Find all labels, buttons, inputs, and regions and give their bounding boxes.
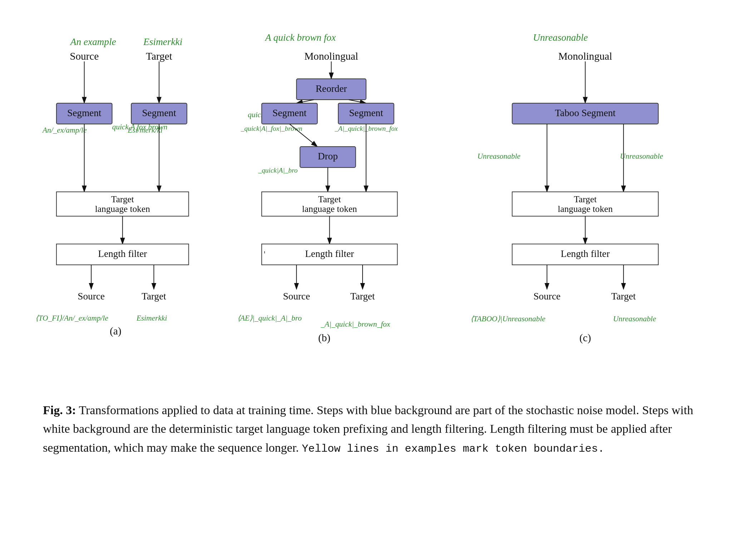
monolingual-label-b: Monolingual <box>304 50 358 62</box>
annotation-drop-out: _quick|A|_bro <box>258 167 298 174</box>
tlt-label1-b: Target <box>318 194 341 204</box>
reorder-label-b: Reorder <box>316 83 347 94</box>
lf-label-c: Length filter <box>561 248 610 259</box>
annotation-esi-merk: Esi/merk/ki <box>127 126 162 134</box>
tlt-label2-c: language token <box>558 204 613 214</box>
out-source-label-a: Source <box>78 291 105 302</box>
lf-label-b: Length filter <box>305 248 354 259</box>
section-label-c: (c) <box>580 332 591 344</box>
segment-right-label-b: Segment <box>349 108 383 118</box>
out-source-label-b: Source <box>283 291 310 302</box>
annotation-quick-brown: A quick brown fox <box>265 32 336 43</box>
out-target-label-c: Target <box>611 291 636 302</box>
annotation-unreasonable-right: Unreasonable <box>620 152 663 160</box>
lf-label-a: Length filter <box>98 248 147 259</box>
tick-b: ˈ <box>264 250 266 259</box>
annotation-an-ex-ample: An/_ex/amp/le <box>42 126 87 134</box>
fig-label: Fig. 3: <box>43 403 76 417</box>
arrow-reorder-seg2-b <box>349 100 366 103</box>
arrow-reorder-seg1-b <box>296 100 314 103</box>
monolingual-label-c: Monolingual <box>558 50 612 62</box>
diagram-area: An example Esimerkki Source Target Segme… <box>29 21 724 387</box>
annotation-a-quick-brown: _A|_quick|_brown_fox <box>320 320 390 328</box>
annotation-to-fi: ⟨TO_FI⟩/An/_ex/amp/le <box>35 314 108 322</box>
target-label-a-top: Target <box>146 50 172 62</box>
annotation-unreasonable-left: Unreasonable <box>477 152 521 160</box>
section-label-b: (b) <box>318 332 330 344</box>
out-target-label-b: Target <box>350 291 375 302</box>
annotation-esimerkki-a: Esimerkki <box>143 36 182 47</box>
segment-target-label-a: Segment <box>142 108 176 118</box>
source-label-a: Source <box>70 50 99 62</box>
segment-source-label-a: Segment <box>67 108 102 118</box>
arrow-seg-drop-b <box>290 124 318 147</box>
out-source-label-c: Source <box>533 291 561 302</box>
drop-label-b: Drop <box>318 151 338 162</box>
tlt-label1-a: Target <box>111 194 134 204</box>
taboo-segment-label-c: Taboo Segment <box>555 108 616 118</box>
caption-area: Fig. 3: Transformations applied to data … <box>29 401 724 457</box>
tlt-label2-b: language token <box>302 204 357 214</box>
annotation-seg-left-b: _quick|A|_fox|_brown <box>241 125 302 132</box>
caption-monospace: Yellow lines in examples mark token boun… <box>302 443 604 455</box>
segment-left-label-b: Segment <box>272 108 307 118</box>
annotation-esimerkki-out: Esimerkki <box>136 314 167 322</box>
section-label-a: (a) <box>110 325 121 337</box>
annotation-unreasonable-top: Unreasonable <box>533 32 588 43</box>
annotation-ae-quick: ⟨AE⟩|_quick|_A|_bro <box>237 314 302 322</box>
annotation-taboo-src: ⟨TABOO⟩|Unreasonable <box>471 314 546 323</box>
tlt-label1-c: Target <box>574 194 597 204</box>
out-target-label-a: Target <box>142 291 166 302</box>
annotation-an-example: An example <box>70 36 116 47</box>
tlt-label2-a: language token <box>95 204 150 214</box>
annotation-unreasonable-out: Unreasonable <box>613 314 656 323</box>
